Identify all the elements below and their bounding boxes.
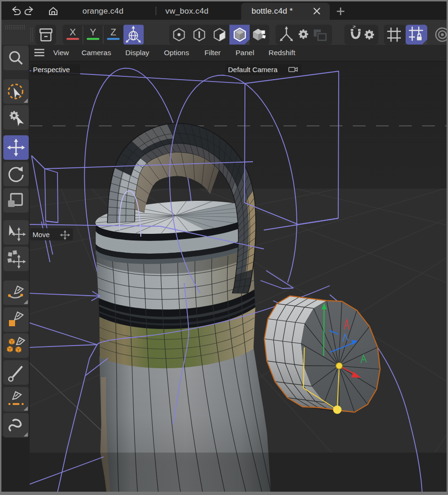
svg-text:vw_box.c4d: vw_box.c4d [165, 7, 209, 16]
svg-text:Redshift: Redshift [269, 49, 296, 57]
svg-text:Display: Display [125, 49, 149, 57]
svg-text:X: X [70, 27, 76, 37]
svg-text:bottle.c4d *: bottle.c4d * [252, 7, 293, 16]
svg-text:Cameras: Cameras [81, 49, 111, 57]
svg-text:Y: Y [90, 27, 96, 37]
svg-text:Perspective: Perspective [33, 66, 70, 74]
svg-text:View: View [53, 49, 69, 57]
svg-text:Panel: Panel [236, 49, 254, 57]
svg-text:Filter: Filter [204, 49, 220, 57]
svg-text:Options: Options [164, 49, 189, 57]
svg-text:orange.c4d: orange.c4d [82, 7, 123, 16]
svg-text:Move: Move [33, 231, 50, 239]
svg-text:Z: Z [110, 27, 116, 37]
svg-text:Default Camera: Default Camera [228, 66, 278, 74]
